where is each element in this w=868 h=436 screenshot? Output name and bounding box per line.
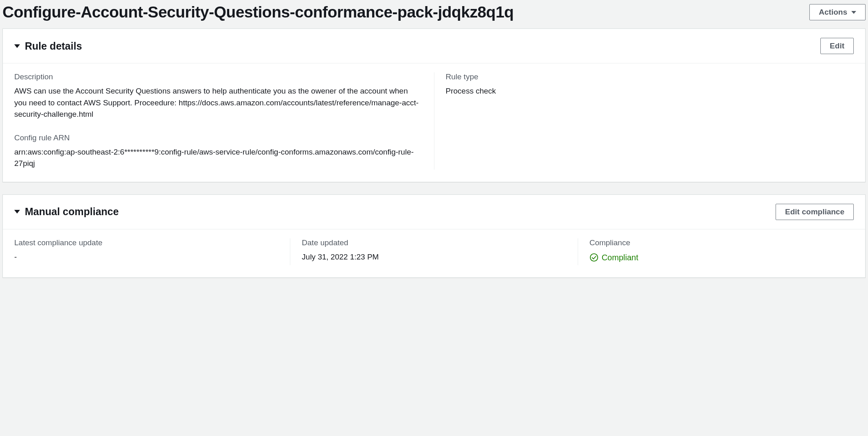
date-updated-label: Date updated [302,238,566,247]
arn-value: arn:aws:config:ap-southeast-2:6*********… [14,146,423,170]
page-title: Configure-Account-Security-Questions-con… [2,3,514,21]
actions-button-label: Actions [819,8,847,17]
compliance-status: Compliant [590,251,638,264]
caret-down-icon [851,11,856,14]
check-circle-icon [590,253,598,262]
edit-compliance-button[interactable]: Edit compliance [776,204,854,220]
latest-compliance-label: Latest compliance update [14,238,278,247]
manual-compliance-header: Manual compliance Edit compliance [3,195,865,229]
edit-button-label: Edit [830,41,844,50]
manual-compliance-title: Manual compliance [25,206,119,218]
manual-compliance-panel: Manual compliance Edit compliance Latest… [2,194,866,278]
collapse-toggle-icon[interactable] [14,210,20,214]
description-value: AWS can use the Account Security Questio… [14,85,423,120]
collapse-toggle-icon[interactable] [14,44,20,48]
compliance-value: Compliant [602,251,638,264]
rule-type-value: Process check [446,85,854,97]
svg-point-0 [590,253,597,261]
description-label: Description [14,72,423,81]
rule-details-title: Rule details [25,40,82,52]
page-header: Configure-Account-Security-Questions-con… [2,2,866,28]
actions-button[interactable]: Actions [809,4,866,20]
compliance-label: Compliance [590,238,854,247]
date-updated-value: July 31, 2022 1:23 PM [302,251,566,263]
rule-details-panel: Rule details Edit Description AWS can us… [2,28,866,182]
edit-button[interactable]: Edit [820,38,854,54]
rule-details-header: Rule details Edit [3,29,865,63]
arn-label: Config rule ARN [14,133,423,142]
edit-compliance-button-label: Edit compliance [785,207,844,216]
rule-type-label: Rule type [446,72,854,81]
latest-compliance-value: - [14,251,278,263]
